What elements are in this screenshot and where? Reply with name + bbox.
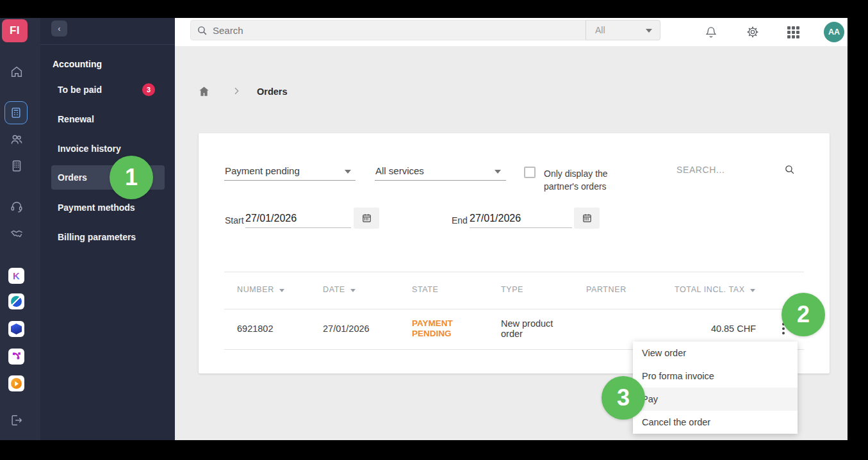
organization-icon[interactable] (8, 158, 25, 174)
apps-grid-icon[interactable] (786, 25, 800, 39)
app-phone-icon[interactable] (8, 349, 24, 365)
chevron-down-icon (345, 170, 351, 174)
icon-rail: FI K (0, 18, 40, 440)
start-date-underline (245, 227, 351, 228)
status-filter-underline (224, 180, 356, 181)
header-partner[interactable]: PARTNER (586, 285, 626, 294)
menu-item-pay[interactable]: Pay (633, 388, 798, 411)
annotation-step-2: 2 (782, 293, 825, 336)
sidebar-header: ‹ (40, 18, 175, 45)
app-kchat-icon[interactable]: K (8, 268, 24, 284)
collapse-sidebar-button[interactable]: ‹ (51, 21, 67, 37)
header-number[interactable]: NUMBER (237, 285, 284, 294)
sort-caret-icon (350, 289, 356, 292)
sidebar-item-orders[interactable]: Orders (58, 170, 87, 185)
orders-card: Payment pending All services Only displa… (199, 133, 830, 374)
header-total[interactable]: TOTAL INCL. TAX (675, 285, 755, 294)
status-filter-select[interactable]: Payment pending (225, 165, 356, 177)
breadcrumb-chevron-icon (231, 86, 242, 99)
search-scope-select[interactable]: All (585, 20, 660, 40)
home-icon[interactable] (8, 63, 25, 80)
annotation-step-1: 1 (110, 156, 153, 199)
app-window: FI K ‹ Accou (0, 18, 848, 440)
cell-total: 40.85 CHF (660, 324, 756, 334)
support-icon[interactable] (8, 199, 25, 215)
global-search: All (190, 20, 644, 40)
settings-gear-icon[interactable] (746, 25, 760, 39)
logout-icon[interactable] (8, 412, 25, 429)
start-calendar-icon[interactable] (354, 208, 379, 229)
sort-caret-icon (750, 289, 755, 292)
cell-date: 27/01/2026 (323, 324, 370, 334)
end-calendar-icon[interactable] (574, 208, 600, 229)
menu-item-view-order[interactable]: View order (633, 341, 798, 365)
sidebar-item-billing-parameters[interactable]: Billing parameters (58, 229, 136, 245)
sidebar-item-to-be-paid[interactable]: To be paid (58, 82, 102, 97)
start-date-input[interactable] (245, 213, 341, 224)
sidebar-item-renewal[interactable]: Renewal (58, 111, 94, 127)
billing-icon[interactable] (4, 101, 28, 124)
menu-item-pro-forma-invoice[interactable]: Pro forma invoice (633, 365, 798, 388)
partner-orders-label: Only display the partner's orders (544, 167, 608, 193)
search-scope-value: All (595, 25, 605, 35)
end-date-label: End (452, 215, 468, 226)
search-icon (197, 25, 208, 38)
table-search-icon[interactable] (784, 164, 795, 177)
cell-type: New productorder (501, 318, 553, 339)
user-avatar[interactable]: AA (824, 22, 844, 42)
sidebar-section-title: Accounting (53, 59, 102, 69)
sidebar-item-invoice-history[interactable]: Invoice history (58, 141, 121, 156)
users-icon[interactable] (8, 131, 25, 148)
topbar: All AA (175, 18, 848, 46)
chevron-down-icon (495, 170, 501, 174)
brand-logo[interactable]: FI (2, 19, 28, 42)
notifications-bell-icon[interactable] (704, 25, 718, 39)
app-kdrive-icon[interactable] (8, 321, 24, 337)
service-filter-value: All services (375, 165, 424, 176)
service-filter-underline (375, 180, 506, 181)
table-top-rule (224, 272, 804, 272)
cell-number: 6921802 (237, 324, 273, 334)
partner-icon[interactable] (8, 226, 25, 242)
table-header-rule (224, 309, 804, 309)
to-be-paid-badge: 3 (142, 83, 155, 96)
service-filter-select[interactable]: All services (375, 165, 506, 177)
end-date-input[interactable] (470, 213, 566, 224)
table-search-input[interactable] (676, 165, 773, 175)
header-state[interactable]: STATE (412, 285, 438, 294)
sidebar-item-payment-methods[interactable]: Payment methods (58, 200, 135, 215)
app-orb-icon[interactable] (8, 293, 24, 309)
breadcrumb-home-icon[interactable] (198, 85, 210, 100)
header-date[interactable]: DATE (323, 285, 356, 294)
table-search (676, 164, 795, 179)
breadcrumb-current: Orders (257, 86, 288, 97)
partner-orders-checkbox[interactable] (524, 167, 536, 178)
end-date-underline (470, 227, 572, 228)
row-actions-menu: View order Pro forma invoice Pay Cancel … (633, 341, 798, 434)
sidebar: ‹ Accounting To be paid 3 Renewal Invoic… (40, 18, 175, 440)
app-meet-icon[interactable] (8, 375, 24, 391)
global-search-input[interactable] (213, 21, 559, 39)
annotation-step-3: 3 (602, 376, 645, 420)
cell-state: PAYMENTPENDING (412, 318, 453, 339)
sort-caret-icon (279, 289, 284, 292)
header-type[interactable]: TYPE (501, 285, 523, 294)
chevron-down-icon (646, 29, 652, 33)
main-content: Orders Payment pending All services Only… (175, 46, 848, 440)
status-filter-value: Payment pending (225, 165, 300, 176)
menu-item-cancel-order[interactable]: Cancel the order (633, 411, 798, 434)
start-date-label: Start (225, 215, 244, 226)
